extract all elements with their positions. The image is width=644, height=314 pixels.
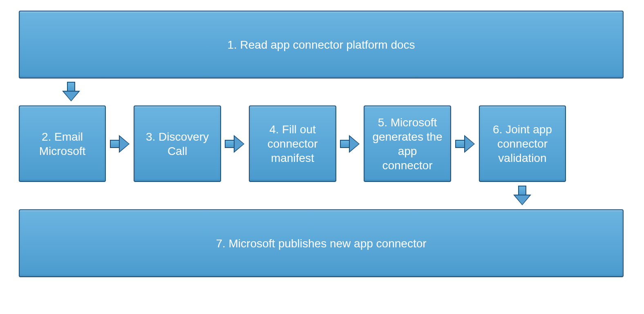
step-4-box: 4. Fill out connector manifest [249, 105, 336, 182]
step-2-box: 2. Email Microsoft [19, 105, 106, 182]
arrow-right-icon [455, 135, 475, 153]
step-7-box: 7. Microsoft publishes new app connector [19, 209, 624, 277]
flow-diagram: 1. Read app connector platform docs 2. E… [0, 0, 644, 314]
step-2-label: 2. Email Microsoft [27, 130, 98, 158]
arrow-down-icon [62, 82, 80, 101]
arrow-right-icon [225, 135, 244, 153]
arrow-down-icon [513, 186, 531, 205]
step-5-box: 5. Microsoft generates the app connector [364, 105, 451, 182]
step-5-label: 5. Microsoft generates the app connector [372, 115, 443, 173]
arrow-right-icon [340, 135, 360, 153]
step-1-label: 1. Read app connector platform docs [227, 38, 415, 52]
step-7-label: 7. Microsoft publishes new app connector [216, 236, 426, 251]
step-4-label: 4. Fill out connector manifest [257, 122, 328, 165]
step-6-label: 6. Joint app connector validation [487, 122, 558, 165]
step-3-label: 3. Discovery Call [142, 130, 213, 158]
step-3-box: 3. Discovery Call [134, 105, 221, 182]
arrow-right-icon [110, 135, 130, 153]
step-1-box: 1. Read app connector platform docs [19, 11, 624, 78]
step-6-box: 6. Joint app connector validation [479, 105, 566, 182]
